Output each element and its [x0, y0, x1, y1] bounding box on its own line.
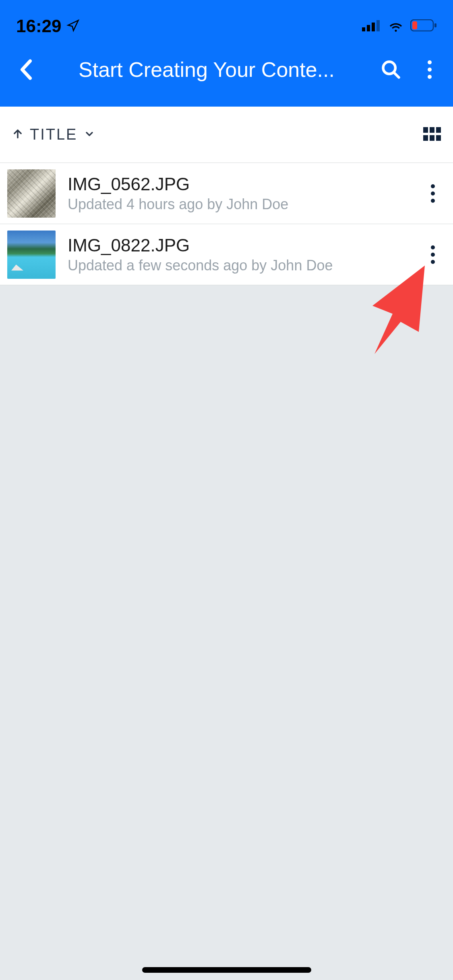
- svg-rect-16: [423, 135, 428, 141]
- svg-rect-2: [372, 23, 375, 31]
- svg-point-20: [431, 191, 435, 196]
- svg-point-10: [428, 68, 432, 72]
- svg-rect-13: [423, 127, 428, 133]
- status-time: 16:29: [16, 16, 62, 36]
- svg-rect-5: [434, 23, 436, 27]
- svg-rect-15: [436, 127, 441, 133]
- svg-point-19: [431, 184, 435, 188]
- svg-rect-18: [436, 135, 441, 141]
- search-button[interactable]: [380, 58, 402, 81]
- home-indicator[interactable]: [142, 967, 311, 973]
- wifi-icon: [387, 19, 405, 33]
- page-title: Start Creating Your Conte...: [79, 58, 376, 82]
- svg-point-23: [431, 253, 435, 257]
- item-more-button[interactable]: [425, 181, 441, 206]
- file-meta: Updated 4 hours ago by John Doe: [68, 196, 413, 213]
- svg-rect-1: [367, 25, 370, 31]
- more-menu-button[interactable]: [418, 58, 441, 81]
- grid-view-button[interactable]: [423, 127, 441, 142]
- list-item[interactable]: IMG_0822.JPG Updated a few seconds ago b…: [0, 224, 453, 285]
- back-button[interactable]: [14, 58, 38, 82]
- svg-rect-3: [376, 20, 380, 31]
- file-name: IMG_0822.JPG: [68, 235, 413, 255]
- file-name: IMG_0562.JPG: [68, 174, 413, 194]
- file-thumbnail: [7, 231, 56, 279]
- file-meta: Updated a few seconds ago by John Doe: [68, 257, 413, 274]
- svg-rect-17: [430, 135, 434, 141]
- app-header: Start Creating Your Conte...: [0, 44, 453, 107]
- sort-direction-icon: [12, 126, 23, 143]
- status-bar: 16:29: [0, 0, 453, 44]
- svg-line-8: [394, 72, 399, 77]
- file-list: IMG_0562.JPG Updated 4 hours ago by John…: [0, 163, 453, 285]
- svg-point-22: [431, 245, 435, 249]
- cellular-icon: [362, 19, 381, 33]
- svg-rect-0: [362, 27, 365, 31]
- sort-label: TITLE: [30, 126, 77, 143]
- svg-point-24: [431, 260, 435, 264]
- item-more-button[interactable]: [425, 243, 441, 267]
- location-icon: [66, 16, 79, 36]
- svg-rect-14: [430, 127, 434, 133]
- svg-point-11: [428, 75, 432, 79]
- battery-icon: [410, 19, 437, 33]
- svg-point-21: [431, 199, 435, 203]
- sort-bar: TITLE: [0, 107, 453, 163]
- file-thumbnail: [7, 169, 56, 218]
- svg-point-9: [428, 60, 432, 64]
- list-item[interactable]: IMG_0562.JPG Updated 4 hours ago by John…: [0, 163, 453, 224]
- chevron-down-icon: [84, 126, 95, 143]
- sort-control[interactable]: TITLE: [12, 126, 95, 143]
- svg-rect-6: [412, 21, 417, 29]
